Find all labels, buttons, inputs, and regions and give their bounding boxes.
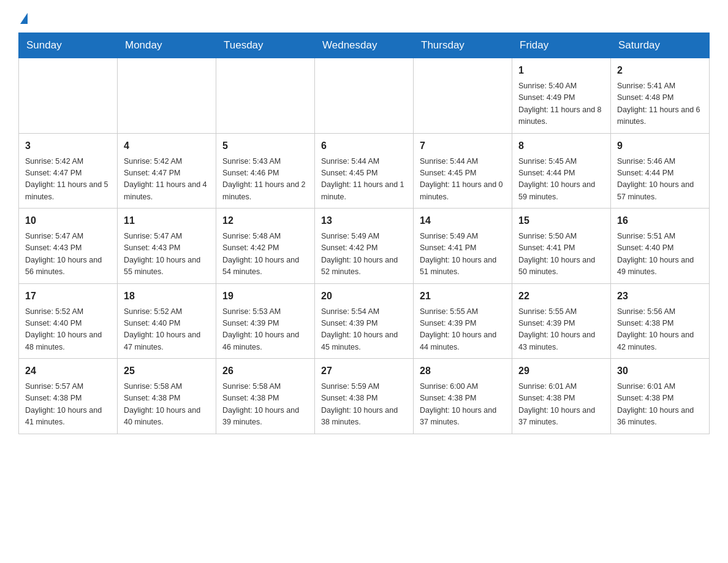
day-info-line-1: Sunset: 4:39 PM — [518, 318, 604, 329]
day-info-line-1: Sunset: 4:38 PM — [25, 393, 111, 404]
day-number: 24 — [25, 364, 111, 378]
day-number: 4 — [124, 139, 210, 153]
day-number: 14 — [420, 213, 506, 228]
day-info-line-2: Daylight: 10 hours and 39 minutes. — [222, 405, 308, 429]
day-info-line-0: Sunrise: 6:01 AM — [617, 381, 703, 393]
calendar-cell-3-7: 16Sunrise: 5:51 AMSunset: 4:40 PMDayligh… — [611, 209, 710, 284]
day-info: Sunrise: 5:42 AMSunset: 4:47 PMDaylight:… — [25, 156, 111, 204]
calendar-cell-5-3: 26Sunrise: 5:58 AMSunset: 4:38 PMDayligh… — [216, 359, 315, 434]
day-info-line-1: Sunset: 4:38 PM — [617, 318, 703, 329]
day-info: Sunrise: 5:58 AMSunset: 4:38 PMDaylight:… — [124, 381, 210, 429]
day-number: 18 — [124, 289, 210, 304]
day-info-line-0: Sunrise: 5:41 AM — [617, 80, 703, 92]
day-number: 11 — [124, 213, 210, 228]
day-info: Sunrise: 6:01 AMSunset: 4:38 PMDaylight:… — [617, 381, 703, 429]
day-info-line-0: Sunrise: 5:57 AM — [25, 381, 111, 393]
day-info-line-0: Sunrise: 5:54 AM — [321, 306, 407, 318]
day-info-line-2: Daylight: 11 hours and 5 minutes. — [25, 179, 111, 203]
day-info-line-0: Sunrise: 5:49 AM — [321, 231, 407, 242]
day-info-line-1: Sunset: 4:39 PM — [222, 318, 308, 329]
day-info-line-1: Sunset: 4:44 PM — [617, 167, 703, 179]
calendar-cell-1-6: 1Sunrise: 5:40 AMSunset: 4:49 PMDaylight… — [512, 58, 611, 134]
day-info-line-1: Sunset: 4:39 PM — [321, 318, 407, 329]
day-info: Sunrise: 5:43 AMSunset: 4:46 PMDaylight:… — [222, 156, 308, 204]
day-info-line-1: Sunset: 4:38 PM — [518, 393, 604, 404]
day-number: 29 — [518, 364, 604, 378]
calendar-cell-5-4: 27Sunrise: 5:59 AMSunset: 4:38 PMDayligh… — [315, 359, 414, 434]
weekday-header-friday: Friday — [512, 33, 611, 58]
day-info: Sunrise: 5:53 AMSunset: 4:39 PMDaylight:… — [222, 306, 308, 354]
day-number: 19 — [222, 289, 308, 304]
week-row-2: 3Sunrise: 5:42 AMSunset: 4:47 PMDaylight… — [19, 133, 710, 209]
day-number: 30 — [617, 364, 703, 378]
day-info-line-2: Daylight: 10 hours and 37 minutes. — [518, 405, 604, 429]
day-info-line-2: Daylight: 10 hours and 46 minutes. — [222, 329, 308, 353]
day-info-line-0: Sunrise: 5:46 AM — [617, 156, 703, 167]
day-info-line-0: Sunrise: 5:55 AM — [518, 306, 604, 318]
day-info-line-0: Sunrise: 5:43 AM — [222, 156, 308, 167]
calendar-cell-3-4: 13Sunrise: 5:49 AMSunset: 4:42 PMDayligh… — [315, 209, 414, 284]
day-number: 26 — [222, 364, 308, 378]
calendar-cell-1-7: 2Sunrise: 5:41 AMSunset: 4:48 PMDaylight… — [611, 58, 710, 134]
day-info-line-0: Sunrise: 5:47 AM — [25, 231, 111, 242]
day-info-line-2: Daylight: 10 hours and 41 minutes. — [25, 405, 111, 429]
day-info-line-1: Sunset: 4:48 PM — [617, 92, 703, 104]
day-number: 21 — [420, 289, 506, 304]
day-info-line-2: Daylight: 11 hours and 2 minutes. — [222, 179, 308, 203]
day-info: Sunrise: 5:56 AMSunset: 4:38 PMDaylight:… — [617, 306, 703, 354]
calendar-cell-5-7: 30Sunrise: 6:01 AMSunset: 4:38 PMDayligh… — [611, 359, 710, 434]
calendar-cell-1-4 — [315, 58, 414, 134]
day-info: Sunrise: 5:47 AMSunset: 4:43 PMDaylight:… — [25, 231, 111, 278]
page-header — [18, 12, 710, 26]
day-info: Sunrise: 6:01 AMSunset: 4:38 PMDaylight:… — [518, 381, 604, 429]
calendar-cell-1-3 — [216, 58, 315, 134]
day-info-line-2: Daylight: 11 hours and 0 minutes. — [420, 179, 506, 203]
day-info: Sunrise: 5:51 AMSunset: 4:40 PMDaylight:… — [617, 231, 703, 278]
calendar-cell-2-7: 9Sunrise: 5:46 AMSunset: 4:44 PMDaylight… — [611, 133, 710, 209]
day-number: 10 — [25, 213, 111, 228]
weekday-header-saturday: Saturday — [611, 33, 710, 58]
day-info-line-2: Daylight: 10 hours and 45 minutes. — [321, 329, 407, 353]
day-info-line-0: Sunrise: 5:50 AM — [518, 231, 604, 242]
day-info-line-1: Sunset: 4:40 PM — [25, 318, 111, 329]
week-row-4: 17Sunrise: 5:52 AMSunset: 4:40 PMDayligh… — [19, 283, 710, 359]
day-number: 12 — [222, 213, 308, 228]
day-number: 16 — [617, 213, 703, 228]
day-info: Sunrise: 5:52 AMSunset: 4:40 PMDaylight:… — [25, 306, 111, 354]
day-info-line-2: Daylight: 10 hours and 37 minutes. — [420, 405, 506, 429]
day-info-line-1: Sunset: 4:44 PM — [518, 167, 604, 179]
day-info-line-1: Sunset: 4:46 PM — [222, 167, 308, 179]
day-info-line-1: Sunset: 4:49 PM — [518, 92, 604, 104]
day-info: Sunrise: 5:59 AMSunset: 4:38 PMDaylight:… — [321, 381, 407, 429]
day-info-line-1: Sunset: 4:47 PM — [25, 167, 111, 179]
day-info-line-1: Sunset: 4:40 PM — [124, 318, 210, 329]
day-number: 1 — [518, 63, 604, 78]
day-info-line-1: Sunset: 4:43 PM — [25, 242, 111, 254]
day-number: 22 — [518, 289, 604, 304]
day-info-line-1: Sunset: 4:38 PM — [124, 393, 210, 404]
day-number: 2 — [617, 63, 703, 78]
day-number: 25 — [124, 364, 210, 378]
day-number: 6 — [321, 139, 407, 153]
day-info-line-0: Sunrise: 5:47 AM — [124, 231, 210, 242]
day-info-line-1: Sunset: 4:38 PM — [617, 393, 703, 404]
day-info-line-0: Sunrise: 5:51 AM — [617, 231, 703, 242]
weekday-header-thursday: Thursday — [414, 33, 512, 58]
logo-triangle-icon — [20, 13, 28, 24]
day-info-line-2: Daylight: 11 hours and 6 minutes. — [617, 104, 703, 128]
day-info-line-1: Sunset: 4:38 PM — [420, 393, 506, 404]
day-number: 3 — [25, 139, 111, 153]
calendar-cell-4-4: 20Sunrise: 5:54 AMSunset: 4:39 PMDayligh… — [315, 283, 414, 359]
day-info-line-2: Daylight: 10 hours and 57 minutes. — [617, 179, 703, 203]
calendar-cell-4-3: 19Sunrise: 5:53 AMSunset: 4:39 PMDayligh… — [216, 283, 315, 359]
day-number: 5 — [222, 139, 308, 153]
day-info-line-2: Daylight: 10 hours and 52 minutes. — [321, 255, 407, 278]
day-info-line-1: Sunset: 4:45 PM — [321, 167, 407, 179]
day-info: Sunrise: 5:46 AMSunset: 4:44 PMDaylight:… — [617, 156, 703, 204]
day-info-line-1: Sunset: 4:39 PM — [420, 318, 506, 329]
day-info-line-0: Sunrise: 5:42 AM — [25, 156, 111, 167]
calendar-cell-2-1: 3Sunrise: 5:42 AMSunset: 4:47 PMDaylight… — [19, 133, 118, 209]
day-info-line-0: Sunrise: 5:44 AM — [420, 156, 506, 167]
day-info-line-0: Sunrise: 5:53 AM — [222, 306, 308, 318]
day-info-line-0: Sunrise: 5:52 AM — [124, 306, 210, 318]
